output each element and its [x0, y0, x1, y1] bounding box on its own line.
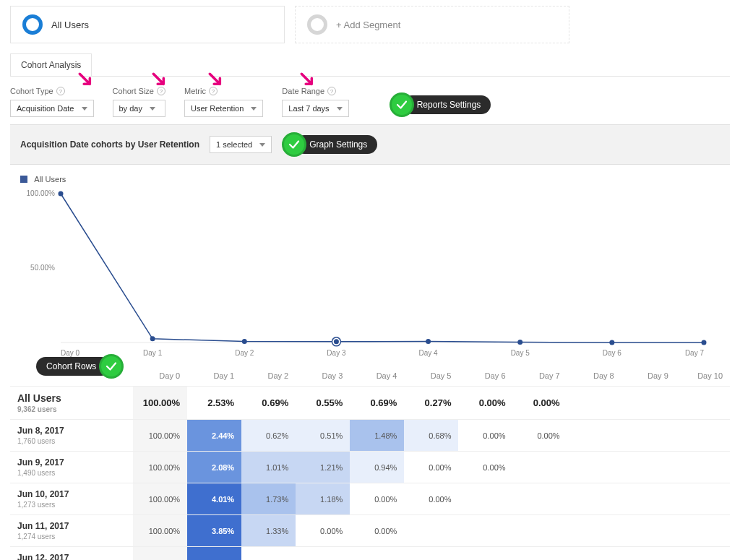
metric-label: Metric ? — [184, 87, 263, 95]
report-controls: Cohort Type ? Acquisition Date Cohort Si… — [0, 77, 740, 124]
graph-settings-badge: Graph Settings — [282, 132, 377, 157]
help-icon[interactable]: ? — [209, 87, 218, 95]
svg-point-16 — [609, 340, 614, 345]
caret-down-icon — [337, 107, 343, 111]
cohort-type-label: Cohort Type ? — [10, 87, 94, 95]
caret-down-icon — [251, 107, 257, 111]
segment-all-users[interactable]: All Users — [10, 6, 285, 43]
date-range-label: Date Range ? — [282, 87, 348, 95]
svg-text:Day 3: Day 3 — [327, 349, 346, 357]
segment-ring-icon — [22, 14, 43, 35]
retention-chart: All Users 100.00%50.00%Day 0Day 1Day 2Da… — [0, 165, 740, 366]
table-header: Day 10 — [676, 366, 730, 387]
cohort-rows-badge: Cohort Rows — [36, 354, 124, 379]
table-row: Jun 11, 20171,274 users100.00%3.85%1.33%… — [10, 515, 730, 547]
svg-point-18 — [702, 340, 707, 345]
add-segment-ring-icon — [307, 14, 327, 35]
table-row: Jun 12, 20171,858 users100.00%3.39%0.00%… — [10, 547, 730, 561]
svg-text:Day 4: Day 4 — [419, 349, 439, 357]
table-header: Day 1 — [187, 366, 241, 387]
graph-subtitle: Acquisition Date cohorts by User Retenti… — [20, 139, 199, 150]
svg-point-7 — [242, 339, 247, 344]
caret-down-icon — [259, 143, 265, 147]
svg-text:Day 6: Day 6 — [603, 349, 622, 357]
table-header: Day 2 — [241, 366, 296, 387]
check-icon — [99, 354, 124, 379]
svg-text:Day 5: Day 5 — [511, 349, 530, 357]
svg-text:50.00%: 50.00% — [30, 264, 55, 272]
add-segment-label: + Add Segment — [336, 20, 400, 30]
cohort-type-dropdown[interactable]: Acquisition Date — [10, 100, 94, 117]
table-header: Day 5 — [404, 366, 458, 387]
reports-settings-badge: Reports Settings — [390, 92, 491, 117]
svg-text:100.00%: 100.00% — [27, 189, 56, 197]
series-selected-dropdown[interactable]: 1 selected — [210, 136, 272, 153]
help-icon[interactable]: ? — [56, 87, 65, 95]
table-row: Jun 10, 20171,273 users100.00%4.01%1.73%… — [10, 483, 730, 515]
help-icon[interactable]: ? — [327, 87, 336, 95]
date-range-dropdown[interactable]: Last 7 days — [282, 100, 348, 117]
svg-point-12 — [426, 339, 431, 344]
table-header: Day 8 — [567, 366, 621, 387]
segment-label: All Users — [51, 20, 89, 30]
table-header: Day 0 — [133, 366, 187, 387]
check-icon — [390, 92, 414, 117]
caret-down-icon — [82, 107, 87, 111]
tab-strip: Cohort Analysis — [10, 53, 730, 77]
svg-point-5 — [150, 336, 155, 341]
table-header: Day 3 — [296, 366, 350, 387]
metric-dropdown[interactable]: User Retention — [184, 100, 263, 117]
check-icon — [282, 132, 306, 157]
tab-cohort-analysis[interactable]: Cohort Analysis — [10, 53, 92, 76]
table-header: Day 4 — [350, 366, 404, 387]
graph-header-bar: Acquisition Date cohorts by User Retenti… — [10, 124, 730, 165]
svg-text:Day 7: Day 7 — [685, 349, 705, 357]
cohort-table: Day 0Day 1Day 2Day 3Day 4Day 5Day 6Day 7… — [10, 366, 730, 560]
line-chart-svg: 100.00%50.00%Day 0Day 1Day 2Day 3Day 4Da… — [17, 186, 711, 360]
table-header: Day 9 — [621, 366, 676, 387]
svg-point-14 — [517, 340, 522, 345]
cohort-size-label: Cohort Size ? — [113, 87, 165, 95]
table-summary-row: All Users9,362 users100.00%2.53%0.69%0.5… — [10, 387, 730, 420]
legend-label: All Users — [34, 175, 66, 184]
help-icon[interactable]: ? — [157, 87, 165, 95]
svg-text:Day 2: Day 2 — [235, 349, 254, 357]
table-header: Day 7 — [513, 366, 567, 387]
cohort-size-dropdown[interactable]: by day — [113, 100, 165, 117]
table-row: Jun 9, 20171,490 users100.00%2.08%1.01%1… — [10, 452, 730, 483]
table-header: Day 6 — [458, 366, 512, 387]
caret-down-icon — [150, 107, 155, 111]
svg-point-10 — [334, 339, 339, 344]
svg-point-3 — [59, 191, 64, 197]
legend-swatch-icon — [20, 176, 27, 183]
svg-text:Day 1: Day 1 — [143, 349, 163, 357]
table-row: Jun 8, 20171,760 users100.00%2.44%0.62%0… — [10, 420, 730, 452]
segment-add[interactable]: + Add Segment — [295, 6, 569, 43]
